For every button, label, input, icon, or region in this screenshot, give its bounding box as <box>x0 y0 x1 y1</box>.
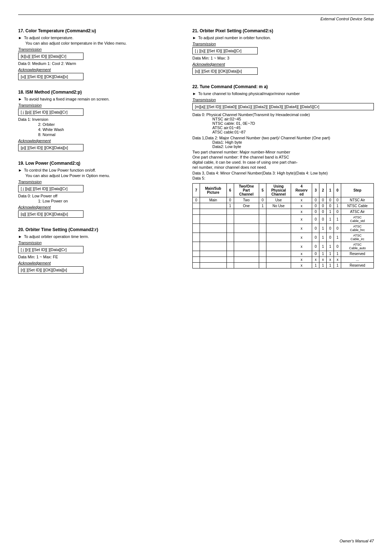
table-row: 1 One 1 No Use x 0 0 0 1 NTSC Cable <box>193 203 374 209</box>
section-22-bullet: ► To tune channel to following physical/… <box>192 91 374 96</box>
section-18-ack-cmd: [p][ ][Set ID][ ][OK][Data][x] <box>18 144 83 151</box>
th-two-one: Two/OnePartChannel <box>234 184 259 197</box>
section-17-tx-label: Transmission <box>18 47 178 52</box>
th-3: 3 <box>312 184 319 197</box>
th-6: 6 <box>226 184 234 197</box>
th-reserv: 4Reserved <box>291 184 312 197</box>
section-17-tx-cmd: [k][u][ ][Set ID][ ][Data][Cr] <box>18 53 83 60</box>
bullet-icon: ► <box>18 36 22 40</box>
page-footer: Owner's Manual 47 <box>340 539 374 543</box>
bullet-icon: ► <box>18 168 22 172</box>
section-17-data: Data 0: Medium 1: Cool 2: Warm <box>18 61 178 66</box>
th-0: 0 <box>334 184 341 197</box>
page-header: External Control Device Setup <box>18 17 374 21</box>
section-20-tx-label: Transmission <box>18 241 178 245</box>
section-22: 22. Tune Command (Command: m a) ► To tun… <box>192 84 374 268</box>
section-20-bullet: ► To adjust orbiter operation time term. <box>18 234 178 239</box>
section-20: 20. Orbiter Time Setting (Command2:r) ► … <box>18 227 178 275</box>
header-divider <box>18 15 374 15</box>
table-row: x 0 1 0 1 ATSCCable_irc <box>193 233 374 242</box>
section-18-data-1: 2: Orbiter <box>38 122 178 127</box>
section-17-ack-label: Acknowledgement <box>18 67 178 72</box>
section-21-title: 21. Orbiter Pixel Setting (Command2:s) <box>192 28 374 33</box>
section-17: 17. Color Temperature (Command2:u) ► To … <box>18 28 178 82</box>
section-18-tx-label: Transmission <box>18 103 178 107</box>
section-22-data12-l6: nel number, minor channel does not need. <box>192 165 374 169</box>
section-18: 18. ISM Method (Command2:p) ► To avoid h… <box>18 90 178 153</box>
section-19-data-0: Data 0: Low Power off <box>18 194 178 198</box>
section-21-bullet: ► To adjust pixel number in orbiter func… <box>192 36 374 40</box>
table-row: x 0 0 1 1 ATSCCable_std <box>193 215 374 224</box>
section-21-ack-cmd: [s][ ][Set ID][ ][OK][Data][x] <box>192 67 258 75</box>
section-21: 21. Orbiter Pixel Setting (Command2:s) ►… <box>192 28 374 76</box>
section-22-data34-label: Data 3, Data 4: Minor Channel Number(Dat… <box>192 171 374 175</box>
section-17-bullet: ► To adjust color temperature. <box>18 36 178 40</box>
section-22-data5-label: Data 5: <box>192 176 374 180</box>
section-18-title: 18. ISM Method (Command2:p) <box>18 90 178 95</box>
section-22-data0-l1: NTSC air:02~45 <box>212 117 374 121</box>
left-column: 17. Color Temperature (Command2:u) ► To … <box>18 28 178 283</box>
bullet-icon: ► <box>18 97 22 101</box>
section-20-ack-label: Acknowledgement <box>18 261 178 265</box>
table-row: x 1 1 1 1 Reserved <box>193 263 374 268</box>
section-18-tx-cmd: [ j ][p][ ][Set ID][ ][Data][Cr] <box>18 108 83 116</box>
section-18-ack-label: Acknowledgement <box>18 139 178 143</box>
table-row: x 0 0 1 0 ATSC Air <box>193 209 374 215</box>
section-22-title: 22. Tune Command (Command: m a) <box>192 84 374 89</box>
section-20-title: 20. Orbiter Time Setting (Command2:r) <box>18 227 178 232</box>
section-22-tx-label: Transmission <box>192 98 374 102</box>
page: External Control Device Setup 17. Color … <box>0 0 392 554</box>
section-22-data0-label: Data 0: Physical Channel Number(Transmit… <box>192 112 374 117</box>
section-19-sub: You can also adjust Low Power in Option … <box>25 173 178 178</box>
section-19: 19. Low Power (Command2:q) ► To control … <box>18 161 178 219</box>
section-21-ack-label: Acknowledgement <box>192 62 374 66</box>
section-22-data12-l4: One part channel number: If the channel … <box>192 155 374 159</box>
section-17-sub: You can also adjust color temperature in… <box>25 41 178 45</box>
section-19-tx-label: Transmission <box>18 180 178 184</box>
section-21-tx-cmd: [ j ][s][ ][Set ID][ ][Data][Cr] <box>192 47 258 54</box>
th-step: Step <box>341 184 374 197</box>
table-row: x 0 1 1 0 ATSCCable_auto <box>193 242 374 251</box>
table-row: x x x x x ... <box>193 257 374 263</box>
th-2: 2 <box>319 184 327 197</box>
section-20-data: Data Min: 1 ~ Max: FE <box>18 255 178 259</box>
th-7: 7 <box>193 184 200 197</box>
section-19-bullet: ► To control the Low Power function on/o… <box>18 168 178 172</box>
section-21-data: Data Min: 1 ~ Max: 3 <box>192 56 374 60</box>
section-22-data12-label: Data 1,Data 2: Major Channel Number (two… <box>192 136 374 140</box>
section-20-ack-cmd: [r][ ][Set ID][ ][OK][Data][x] <box>18 266 83 274</box>
th-main-sub: Main/SubPicture <box>200 184 226 197</box>
section-22-data12-l1: Data1: High byte <box>212 140 374 144</box>
section-22-data12-l3: Two part channel number: Major number-Mi… <box>192 150 374 154</box>
section-22-data0-l4: ATSC cable:01~87 <box>212 130 374 134</box>
section-19-title: 19. Low Power (Command2:q) <box>18 161 178 166</box>
section-19-ack-label: Acknowledgement <box>18 205 178 209</box>
section-19-tx-cmd: [ j ][q][ ][Set ID][ ][Data][Cr] <box>18 185 83 192</box>
section-22-tx-cmd: [m][a][ ][Set ID][ ][Data0][ ][Data1][ ]… <box>192 103 374 110</box>
section-19-data-1: 1: Low Power on <box>38 199 178 203</box>
th-1: 1 <box>327 184 334 197</box>
section-22-data0-l3: ATSC air:01~45 <box>212 126 374 130</box>
bullet-icon: ► <box>18 234 22 239</box>
bullet-icon: ► <box>192 91 196 96</box>
section-21-tx-label: Transmission <box>192 42 374 46</box>
th-physical: UsingPhysicalChannel <box>266 184 291 197</box>
section-18-data-3: 8: Normal <box>38 132 178 137</box>
section-19-ack-cmd: [q][ ][Set ID][ ][OK][Data][x] <box>18 210 83 218</box>
main-content: 17. Color Temperature (Command2:u) ► To … <box>18 28 374 283</box>
right-column: 21. Orbiter Pixel Setting (Command2:s) ►… <box>192 28 374 283</box>
section-18-data-2: 4: White Wash <box>38 127 178 132</box>
section-18-bullet: ► To avoid having a fixed image remain o… <box>18 97 178 101</box>
bullet-icon: ► <box>192 36 196 40</box>
table-row: 0 Main 0 Two 0 Use x 0 0 0 0 NTSC Air <box>193 197 374 203</box>
table-row: x 0 1 0 0 ATSCCable_hrc <box>193 224 374 233</box>
table-row: x 0 1 1 1 Reserved <box>193 251 374 257</box>
section-22-data12-l5: digital cable, it can be used. In case o… <box>192 160 374 164</box>
th-5: 5 <box>259 184 266 197</box>
section-22-data12-l2: Data2: Low byte <box>212 144 374 149</box>
section-17-title: 17. Color Temperature (Command2:u) <box>18 28 178 33</box>
section-18-data-0: Data 1: Inversion <box>18 117 178 122</box>
section-20-tx-cmd: [ j ][r][ ][Set ID][ ][Data][Cr] <box>18 246 83 253</box>
section-22-data0-l2: NTSC cable: 01, 0E~7D <box>212 121 374 126</box>
section-17-ack-cmd: [u][ ][Set ID][ ][OK][Data][x] <box>18 73 83 80</box>
